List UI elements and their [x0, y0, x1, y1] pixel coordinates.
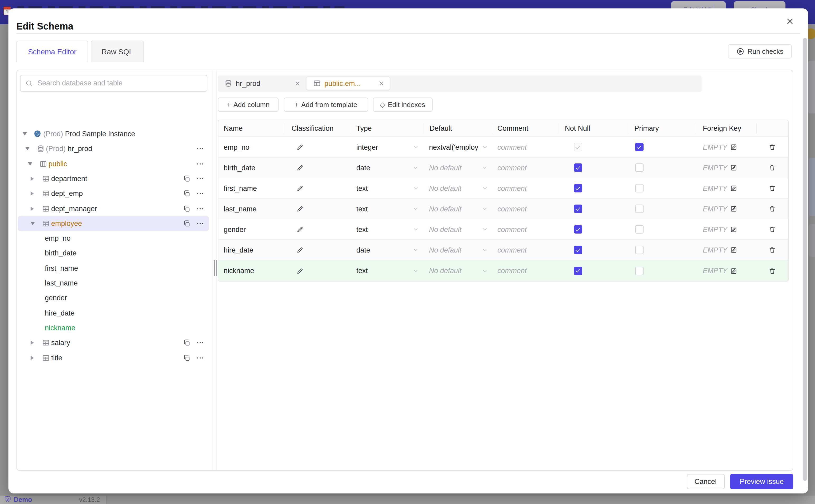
more-options-icon[interactable] [196, 220, 204, 227]
primary-checkbox[interactable] [635, 184, 643, 192]
column-name-input[interactable]: nickname [224, 267, 254, 275]
more-options-icon[interactable] [196, 354, 204, 362]
trash-icon[interactable] [769, 246, 776, 254]
close-icon[interactable] [378, 80, 384, 86]
caret-right-icon[interactable] [31, 191, 34, 196]
caret-right-icon[interactable] [31, 356, 34, 360]
column-name-input[interactable]: emp_no [224, 143, 249, 151]
tree-item-hr_prod[interactable]: (Prod) hr_prod [18, 142, 209, 156]
caret-right-icon[interactable] [31, 206, 34, 211]
pencil-icon[interactable] [296, 226, 304, 233]
tree-item-birth_date[interactable]: birth_date [18, 246, 209, 261]
copy-icon[interactable] [183, 354, 190, 361]
trash-icon[interactable] [769, 267, 776, 274]
tree-item-Prod Sample Instance[interactable]: (Prod) Prod Sample Instance [18, 127, 209, 141]
pencil-icon[interactable] [296, 205, 304, 212]
tree-item-dept_emp[interactable]: dept_emp [18, 186, 209, 201]
comment-input[interactable]: comment [498, 225, 527, 233]
tree-item-gender[interactable]: gender [18, 291, 209, 306]
preview-issue-button[interactable]: Preview issue [730, 474, 793, 489]
tree-search-input[interactable] [36, 75, 205, 91]
type-select[interactable]: text [351, 260, 424, 281]
close-icon[interactable] [785, 17, 794, 25]
tree-item-public[interactable]: public [18, 156, 209, 171]
comment-input[interactable]: comment [498, 164, 527, 172]
tree-item-nickname[interactable]: nickname [18, 321, 209, 335]
comment-input[interactable]: comment [498, 184, 527, 192]
tree-item-first_name[interactable]: first_name [18, 261, 209, 275]
primary-checkbox[interactable] [635, 266, 643, 275]
default-select[interactable]: No default [424, 158, 493, 178]
caret-down-icon[interactable] [28, 162, 32, 165]
edit-foreign-key-icon[interactable] [730, 226, 737, 233]
edit-foreign-key-icon[interactable] [730, 143, 737, 151]
comment-input[interactable]: comment [498, 246, 527, 254]
more-options-icon[interactable] [196, 190, 204, 197]
modal-scrollbar[interactable] [803, 38, 807, 481]
not-null-checkbox[interactable] [574, 163, 582, 172]
more-options-icon[interactable] [196, 175, 204, 183]
type-select[interactable]: text [351, 199, 424, 219]
default-select[interactable]: No default [424, 219, 493, 239]
default-select[interactable]: No default [424, 260, 493, 281]
edit-indexes-button[interactable]: ◇ Edit indexes [373, 97, 432, 112]
column-name-input[interactable]: hire_date [224, 246, 253, 254]
caret-right-icon[interactable] [31, 341, 34, 345]
pencil-icon[interactable] [296, 246, 304, 254]
edit-foreign-key-icon[interactable] [730, 267, 737, 274]
copy-icon[interactable] [183, 190, 190, 197]
pencil-icon[interactable] [296, 267, 304, 274]
more-options-icon[interactable] [196, 205, 204, 212]
more-options-icon[interactable] [196, 339, 204, 347]
add-column-button[interactable]: + Add column [218, 97, 278, 112]
copy-icon[interactable] [183, 339, 190, 346]
primary-checkbox[interactable] [635, 163, 643, 172]
pencil-icon[interactable] [296, 185, 304, 192]
tree-item-dept_manager[interactable]: dept_manager [18, 201, 209, 216]
default-select[interactable]: No default [424, 178, 493, 198]
tab-schema-editor[interactable]: Schema Editor [16, 41, 88, 62]
copy-icon[interactable] [183, 175, 190, 182]
edit-foreign-key-icon[interactable] [730, 185, 737, 192]
cancel-button[interactable]: Cancel [687, 474, 725, 489]
tree-item-title[interactable]: title [18, 350, 209, 365]
copy-icon[interactable] [183, 205, 190, 212]
column-name-input[interactable]: first_name [224, 184, 257, 192]
not-null-checkbox[interactable] [574, 205, 582, 213]
primary-checkbox[interactable] [635, 246, 643, 254]
primary-checkbox[interactable] [635, 225, 643, 234]
trash-icon[interactable] [769, 205, 776, 212]
caret-down-icon[interactable] [31, 222, 35, 225]
add-from-template-button[interactable]: + Add from template [283, 97, 368, 112]
type-select[interactable]: text [351, 178, 424, 198]
default-select[interactable]: No default [424, 240, 493, 260]
column-name-input[interactable]: gender [224, 225, 246, 233]
caret-right-icon[interactable] [31, 177, 34, 181]
demo-link[interactable]: Demo [4, 496, 32, 504]
resize-handle-icon[interactable] [214, 260, 216, 276]
pencil-icon[interactable] [296, 143, 304, 151]
not-null-checkbox[interactable] [574, 184, 582, 192]
column-name-input[interactable]: last_name [224, 205, 257, 213]
primary-checkbox[interactable] [635, 143, 643, 151]
type-select[interactable]: integer [351, 137, 424, 157]
close-icon[interactable] [294, 80, 301, 86]
pencil-icon[interactable] [296, 164, 304, 171]
more-options-icon[interactable] [196, 160, 204, 168]
trash-icon[interactable] [769, 185, 776, 192]
tab-raw-sql[interactable]: Raw SQL [91, 41, 144, 62]
tree-item-department[interactable]: department [18, 171, 209, 186]
more-options-icon[interactable] [196, 145, 204, 153]
type-select[interactable]: text [351, 219, 424, 239]
tab-chip-public-employee[interactable]: public.em... [306, 76, 390, 90]
default-select[interactable]: No default [424, 199, 493, 219]
tree-item-salary[interactable]: salary [18, 335, 209, 350]
primary-checkbox[interactable] [635, 205, 643, 213]
trash-icon[interactable] [769, 226, 776, 233]
run-checks-button[interactable]: Run checks [728, 44, 792, 59]
not-null-checkbox[interactable] [574, 246, 582, 254]
not-null-checkbox[interactable] [574, 225, 582, 234]
tree-item-employee[interactable]: employee [18, 216, 209, 231]
comment-input[interactable]: comment [498, 143, 527, 151]
copy-icon[interactable] [183, 220, 190, 227]
